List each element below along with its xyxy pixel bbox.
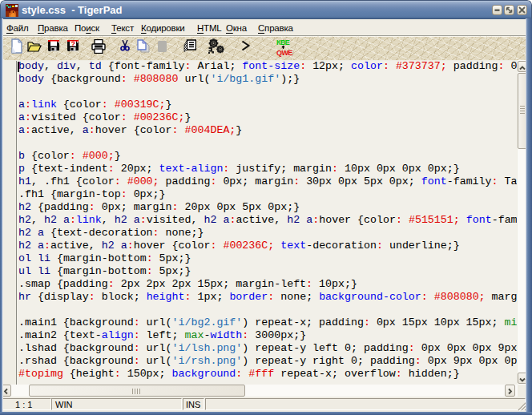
svg-text:QWE: QWE (276, 49, 292, 57)
svg-text:КВЕ: КВЕ (276, 38, 290, 46)
svg-text:?: ? (71, 40, 75, 48)
